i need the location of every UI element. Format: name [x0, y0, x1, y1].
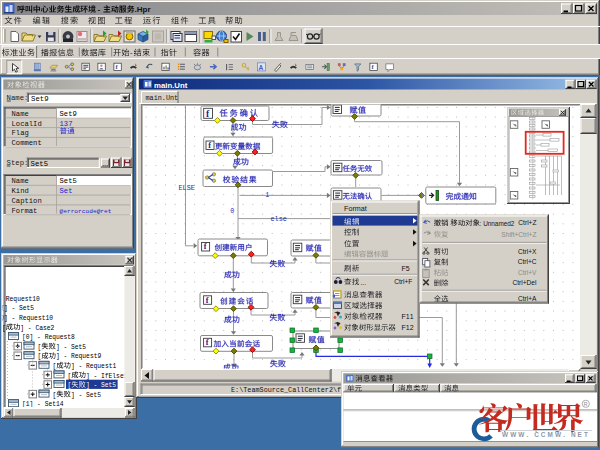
svg-text:main.Unt: main.Unt — [146, 94, 179, 102]
svg-text:Ctrl+V: Ctrl+V — [518, 269, 537, 276]
svg-text:main.Unt: main.Unt — [154, 81, 188, 90]
svg-text:A: A — [259, 64, 264, 71]
svg-text:WWW. CCMW. NET: WWW. CCMW. NET — [502, 431, 590, 438]
svg-text:[: [ — [68, 382, 72, 389]
svg-text:] - Set5: ] - Set5 — [86, 382, 116, 389]
svg-text:f: f — [206, 296, 209, 305]
svg-text:LocalId: LocalId — [12, 120, 42, 128]
svg-text:Name: Name — [12, 177, 29, 185]
svg-text:-: - — [98, 5, 101, 14]
svg-text:f: f — [204, 242, 207, 251]
svg-text:Comment: Comment — [12, 139, 42, 147]
svg-text:Set5: Set5 — [60, 177, 77, 185]
svg-text:Shift+Ctrl+Z: Shift+Ctrl+Z — [501, 231, 536, 238]
svg-text:Set: Set — [60, 187, 73, 195]
svg-text:E:\TeamSource_CallCenter2\flwV: E:\TeamSource_CallCenter2\flwV — [231, 386, 354, 394]
svg-text:...: ... — [360, 279, 366, 286]
svg-text:@errorcode@ret: @errorcode@ret — [60, 208, 112, 215]
svg-text:Flag: Flag — [12, 129, 29, 137]
svg-text:Format: Format — [12, 207, 38, 215]
svg-text:Name: Name — [12, 110, 29, 118]
svg-text:] - Case2: ] - Case2 — [20, 325, 54, 332]
svg-text:[: [ — [53, 363, 57, 370]
svg-text:[: [ — [38, 344, 42, 351]
svg-text:0: 0 — [230, 207, 234, 215]
svg-text:] - Set5: ] - Set5 — [56, 344, 86, 351]
svg-text:Format: Format — [344, 204, 367, 213]
svg-text:Set5: Set5 — [31, 160, 49, 168]
svg-text:F11: F11 — [402, 313, 414, 320]
svg-text:f: f — [208, 141, 211, 150]
svg-text:] - Set5: ] - Set5 — [4, 305, 34, 312]
svg-text:F5: F5 — [402, 265, 410, 272]
svg-text:Ctrl+Z: Ctrl+Z — [518, 219, 536, 226]
svg-text:137: 137 — [60, 120, 73, 128]
svg-text:Ctrl+F: Ctrl+F — [394, 278, 412, 285]
svg-text:Request10: Request10 — [6, 296, 40, 303]
svg-text:] - Request10: ] - Request10 — [4, 315, 53, 322]
svg-text:Set9: Set9 — [60, 110, 77, 118]
svg-text:: Unnamed2: : Unnamed2 — [480, 220, 515, 227]
svg-text:] - Request9: ] - Request9 — [56, 353, 102, 360]
svg-text:Ctrl+Del: Ctrl+Del — [513, 279, 538, 286]
svg-text:R: R — [584, 401, 588, 407]
svg-text:1: 1 — [265, 191, 269, 199]
svg-text:] - Set5: ] - Set5 — [71, 392, 101, 399]
svg-text:Caption: Caption — [12, 197, 42, 205]
svg-text:Ctrl+C: Ctrl+C — [518, 258, 537, 265]
svg-text:Ctrl+X: Ctrl+X — [518, 248, 537, 255]
svg-text:Set9: Set9 — [31, 95, 49, 103]
svg-text:[0] - Request8: [0] - Request8 — [22, 334, 75, 341]
svg-text:[: [ — [68, 373, 72, 380]
svg-text:...: ... — [103, 160, 109, 167]
svg-text:else: else — [271, 215, 287, 223]
svg-text:] - IfElse1: ] - IfElse1 — [86, 373, 128, 380]
svg-text:Kind: Kind — [12, 187, 29, 195]
svg-text:f: f — [206, 338, 209, 347]
svg-text:[: [ — [53, 392, 57, 399]
svg-text:.Hpr: .Hpr — [135, 5, 151, 14]
svg-text:] - Request1: ] - Request1 — [71, 363, 117, 370]
svg-text:[: [ — [38, 353, 42, 360]
svg-text:ELSE: ELSE — [179, 184, 195, 192]
svg-text:F12: F12 — [402, 324, 414, 331]
svg-text:Ctrl+A: Ctrl+A — [518, 295, 537, 302]
